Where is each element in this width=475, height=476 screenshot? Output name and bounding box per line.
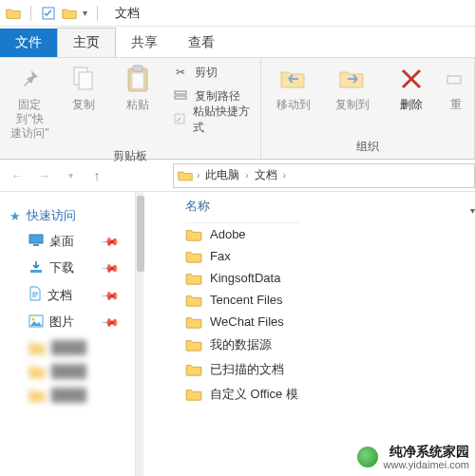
svg-rect-7 <box>175 96 186 99</box>
list-item[interactable]: WeChat Files <box>185 311 475 333</box>
star-icon: ★ <box>10 209 21 223</box>
svg-rect-9 <box>447 76 461 84</box>
sidebar-item-desktop[interactable]: 桌面📌 <box>10 228 135 255</box>
qat-properties-icon[interactable] <box>41 6 56 21</box>
delete-button[interactable]: 删除 <box>385 62 438 114</box>
chevron-right-icon[interactable]: › <box>243 170 250 181</box>
paste-icon <box>123 64 153 94</box>
nav-back-button[interactable]: ← <box>8 168 27 183</box>
scissors-icon: ✂ <box>172 66 189 79</box>
copy-label: 复制 <box>72 98 95 112</box>
copy-to-icon <box>337 64 368 94</box>
list-item[interactable]: Adobe <box>185 223 475 245</box>
sidebar-item-label: 图片 <box>49 314 74 331</box>
paste-button[interactable]: 粘贴 <box>114 62 162 114</box>
titlebar: ▾ 文档 <box>0 0 475 27</box>
folder-icon <box>185 338 202 352</box>
sidebar-item-label: ████ <box>51 388 86 402</box>
sidebar-item-pictures[interactable]: 图片📌 <box>10 309 135 335</box>
folder-icon <box>28 389 46 402</box>
list-item[interactable]: Fax <box>185 245 475 267</box>
sidebar-item-downloads[interactable]: 下载📌 <box>10 255 135 281</box>
nav-scrollbar[interactable] <box>136 192 143 476</box>
svg-rect-5 <box>132 73 143 88</box>
watermark: 纯净系统家园 www.yidaimei.com <box>357 445 469 470</box>
tab-share[interactable]: 共享 <box>116 29 173 57</box>
documents-icon <box>28 286 42 304</box>
svg-point-14 <box>32 317 35 320</box>
column-sort-chevron-icon[interactable]: ▾ <box>470 200 475 216</box>
pictures-icon <box>28 314 44 331</box>
pin-quick-access-button[interactable]: 固定到"快速访问" <box>6 62 54 143</box>
list-item[interactable]: Tencent Files <box>185 289 475 311</box>
sidebar-item-label: ████ <box>51 340 86 354</box>
rename-button-partial[interactable]: 重 <box>444 62 468 114</box>
app-folder-icon <box>6 6 21 21</box>
desktop-icon <box>28 234 44 250</box>
folder-icon <box>185 363 202 376</box>
nav-up-button[interactable]: ↑ <box>87 168 106 183</box>
sidebar-item-hidden[interactable]: ████ <box>10 383 135 407</box>
pin-indicator-icon: 📌 <box>101 258 121 278</box>
copy-button[interactable]: 复制 <box>60 62 108 114</box>
watermark-logo-icon <box>357 447 378 467</box>
pin-label-1: 固定到"快 <box>16 98 43 125</box>
chevron-right-icon[interactable]: › <box>281 170 288 181</box>
content-area: ★ 快速访问 桌面📌下载📌文档📌图片📌 ████████████ 名称 ▾ Ad… <box>0 192 475 476</box>
paste-shortcut-button[interactable]: 粘贴快捷方式 <box>172 109 255 130</box>
organize-group-label: 组织 <box>261 137 474 159</box>
pin-indicator-icon: 📌 <box>101 232 121 252</box>
folder-icon <box>185 228 202 241</box>
copy-path-icon <box>172 88 189 105</box>
delete-icon <box>396 64 427 94</box>
list-item[interactable]: KingsoftData <box>185 267 475 289</box>
paste-label: 粘贴 <box>126 98 149 112</box>
crumb-this-pc[interactable]: 此电脑 <box>203 167 241 183</box>
list-item[interactable]: 自定义 Office 模 <box>185 382 475 407</box>
sidebar-quick-access[interactable]: ★ 快速访问 <box>10 203 135 228</box>
qat-dropdown-icon[interactable]: ▾ <box>83 8 87 18</box>
list-item[interactable]: 已扫描的文档 <box>185 357 475 382</box>
ribbon-group-organize: 移动到 复制到 删除 重 组织 <box>261 58 475 159</box>
sidebar-item-label: 文档 <box>48 287 72 304</box>
list-item[interactable]: 我的数据源 <box>185 333 475 357</box>
file-name: 自定义 Office 模 <box>210 386 298 403</box>
svg-rect-12 <box>30 270 42 273</box>
sidebar-item-documents[interactable]: 文档📌 <box>10 281 135 309</box>
copy-icon <box>68 64 99 94</box>
ribbon-tabs: 文件 主页 共享 查看 <box>0 27 475 57</box>
window-title: 文档 <box>115 5 140 22</box>
nav-recent-dropdown[interactable]: ▾ <box>61 170 80 181</box>
rename-label: 重 <box>450 98 462 112</box>
rename-icon <box>441 64 471 94</box>
folder-icon <box>185 388 202 401</box>
breadcrumb[interactable]: › 此电脑 › 文档 › <box>173 163 475 188</box>
crumb-documents[interactable]: 文档 <box>253 167 279 183</box>
sidebar-item-label: 下载 <box>49 259 74 276</box>
scrollbar-thumb[interactable] <box>137 196 144 272</box>
sidebar-item-hidden[interactable]: ████ <box>10 335 135 359</box>
move-to-label: 移动到 <box>276 98 311 112</box>
svg-rect-2 <box>79 72 92 89</box>
qat-newfolder-icon[interactable] <box>62 6 77 21</box>
tab-view[interactable]: 查看 <box>173 29 230 57</box>
navigation-pane: ★ 快速访问 桌面📌下载📌文档📌图片📌 ████████████ <box>0 192 136 476</box>
downloads-icon <box>28 260 44 276</box>
pin-icon <box>14 64 45 94</box>
sidebar-item-hidden[interactable]: ████ <box>10 359 135 383</box>
move-to-button[interactable]: 移动到 <box>267 62 320 114</box>
watermark-url: www.yidaimei.com <box>384 459 469 470</box>
tab-file[interactable]: 文件 <box>0 29 57 57</box>
tab-home[interactable]: 主页 <box>57 28 116 57</box>
column-header-name[interactable]: 名称 <box>185 192 299 223</box>
file-name: WeChat Files <box>210 314 284 329</box>
svg-rect-10 <box>29 235 43 243</box>
nav-forward-button[interactable]: → <box>34 168 53 183</box>
cut-button[interactable]: ✂ 剪切 <box>172 62 255 83</box>
watermark-title: 纯净系统家园 <box>384 445 469 459</box>
quick-access-label: 快速访问 <box>27 207 76 224</box>
qat-divider <box>97 6 98 21</box>
chevron-right-icon[interactable]: › <box>195 170 201 181</box>
file-name: Fax <box>210 249 231 263</box>
copy-to-button[interactable]: 复制到 <box>326 62 379 114</box>
